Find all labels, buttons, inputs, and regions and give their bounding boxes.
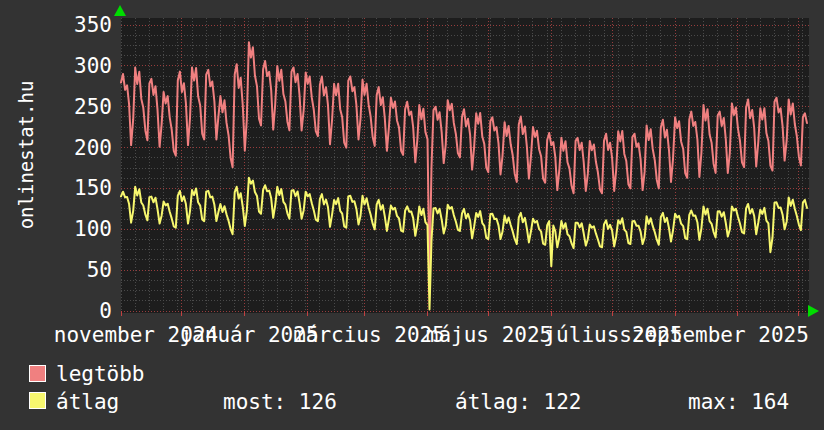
online-stats-chart: onlinestat.hu 350300250200150100500 nove…: [0, 0, 824, 430]
x-axis-arrow-icon: [808, 305, 819, 317]
y-axis-tick-label: 50: [0, 257, 112, 283]
y-axis-tick-label: 300: [0, 53, 112, 79]
legend-swatch-atlag: [29, 392, 46, 409]
y-axis-tick-label: 200: [0, 135, 112, 161]
stat-most: most: 126: [223, 390, 337, 414]
x-axis-month-label: május 2025: [426, 322, 552, 348]
stat-max: max: 164: [688, 390, 789, 414]
y-axis-tick-label: 150: [0, 175, 112, 201]
stat-average: átlag: 122: [455, 390, 581, 414]
chart-canvas: [121, 18, 809, 318]
x-axis-month-label: március 2025: [293, 322, 445, 348]
y-axis-tick-label: 0: [0, 298, 112, 324]
plot-area: [121, 18, 809, 313]
y-axis-tick-label: 350: [0, 12, 112, 38]
legend-swatch-legtobb: [29, 365, 46, 382]
x-axis-month-label: szeptember 2025: [619, 322, 809, 348]
y-axis-tick-label: 250: [0, 94, 112, 120]
legend-label-legtobb: legtöbb: [56, 362, 145, 386]
y-axis-arrow-icon: [114, 5, 126, 16]
legend-label-atlag: átlag: [56, 390, 119, 414]
y-axis-tick-label: 100: [0, 216, 112, 242]
